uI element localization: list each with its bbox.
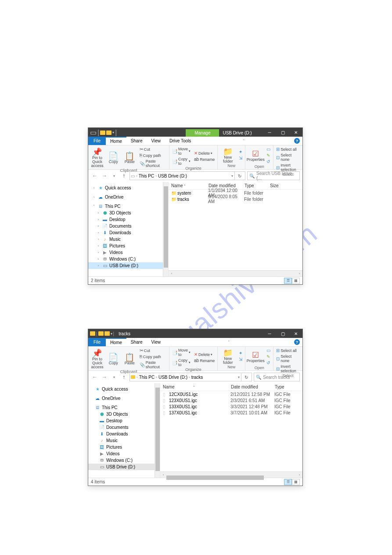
move-to-button[interactable]: 📑Move to▾ xyxy=(171,146,191,156)
select-all-button[interactable]: ⊞Select all xyxy=(275,348,301,353)
new-item-button[interactable]: ✦ xyxy=(238,149,243,155)
nav-scrollbar[interactable] xyxy=(163,182,168,276)
nav-pictures[interactable]: ›🖼Pictures xyxy=(88,243,168,249)
rename-button[interactable]: abRename xyxy=(193,358,216,363)
delete-button[interactable]: ✕Delete▾ xyxy=(193,150,216,156)
pin-quick-access-button[interactable]: 📌 Pin to Quick access xyxy=(90,348,104,369)
nav-videos[interactable]: ▶Videos xyxy=(88,450,160,457)
address-bar[interactable]: › This PC › USB Drive (D:) › tracks ▾ ↻ xyxy=(129,373,252,381)
close-button[interactable]: ✕ xyxy=(289,128,302,137)
nav-up-button[interactable]: ↑ xyxy=(120,373,128,381)
new-item-button[interactable]: ✦ xyxy=(238,350,243,356)
col-date[interactable]: Date modified xyxy=(228,385,272,389)
maximize-button[interactable]: ▢ xyxy=(276,128,289,137)
pin-quick-access-button[interactable]: 📌 Pin to Quick access xyxy=(90,147,104,168)
nav-this-pc[interactable]: ˅🖥This PC xyxy=(88,203,168,210)
nav-desktop[interactable]: ▬Desktop xyxy=(88,417,160,424)
edit-button[interactable]: ✎ xyxy=(266,354,271,359)
chevron-right-icon[interactable]: › xyxy=(96,237,101,241)
col-name[interactable]: Name ˄ xyxy=(169,183,206,188)
new-folder-button[interactable]: 📁 New folder xyxy=(219,147,236,163)
minimize-button[interactable]: ─ xyxy=(263,128,276,137)
paste-button[interactable]: 📋 Paste xyxy=(122,352,137,365)
nav-up-button[interactable]: ↑ xyxy=(120,172,128,180)
select-none-button[interactable]: ⊡Select none xyxy=(275,152,301,162)
nav-documents[interactable]: ›📄Documents xyxy=(88,223,168,229)
thumbnails-view-button[interactable]: ▦ xyxy=(292,278,300,284)
horizontal-scrollbar[interactable]: ‹ › xyxy=(169,270,302,276)
nav-back-button[interactable]: ← xyxy=(91,373,99,381)
menu-view[interactable]: View xyxy=(147,137,165,145)
col-size[interactable]: Size xyxy=(267,183,302,188)
nav-forward-button[interactable]: → xyxy=(101,172,108,180)
refresh-button[interactable]: ↻ xyxy=(241,373,251,381)
qat-dropdown-icon[interactable]: ▾ xyxy=(112,131,114,134)
refresh-button[interactable]: ↻ xyxy=(234,172,244,180)
move-to-button[interactable]: 📑Move to▾ xyxy=(171,348,191,357)
scroll-left-icon[interactable]: ‹ xyxy=(169,272,175,276)
search-input[interactable]: 🔍 Search tracks xyxy=(254,373,300,381)
cut-button[interactable]: ✂Cut xyxy=(139,348,167,353)
open-button[interactable]: ▭ xyxy=(266,146,271,152)
rename-button[interactable]: abRename xyxy=(193,156,216,162)
col-name[interactable]: Name ˄ xyxy=(160,385,228,389)
scrollbar-thumb[interactable] xyxy=(155,388,160,471)
nav-usb-d[interactable]: ›▭USB Drive (D:) xyxy=(88,262,168,269)
nav-documents[interactable]: 📄Documents xyxy=(88,424,160,431)
copy-button[interactable]: 📄 Copy xyxy=(106,151,121,164)
cut-button[interactable]: ✂Cut xyxy=(139,146,167,152)
new-folder-button[interactable]: 📁 New folder xyxy=(219,348,236,365)
nav-recent-button[interactable]: ▾ xyxy=(110,373,118,381)
copy-path-button[interactable]: ⎘Copy path xyxy=(139,354,167,359)
breadcrumb-usb-drive[interactable]: USB Drive (D:) xyxy=(158,174,187,178)
copy-to-button[interactable]: 📑Copy to▾ xyxy=(171,156,191,166)
details-view-button[interactable]: ☰ xyxy=(284,479,292,485)
scroll-left-icon[interactable]: ‹ xyxy=(160,473,166,477)
file-row[interactable]: ▯ 137X0US1.igc 3/7/2021 10:01 AM IGC Fil… xyxy=(160,410,302,416)
breadcrumb-this-pc[interactable]: This PC xyxy=(139,375,155,380)
chevron-right-icon[interactable]: › xyxy=(96,211,101,215)
help-icon[interactable]: ? xyxy=(294,339,300,345)
nav-desktop[interactable]: ›▬Desktop xyxy=(88,216,168,223)
nav-quick-access[interactable]: ★Quick access xyxy=(88,386,160,392)
horizontal-scrollbar[interactable]: ‹ › xyxy=(160,472,302,478)
close-button[interactable]: ✕ xyxy=(289,329,302,338)
nav-pictures[interactable]: 🖼Pictures xyxy=(88,444,160,450)
nav-this-pc[interactable]: 🖥This PC xyxy=(88,404,160,411)
history-button[interactable]: ↺ xyxy=(266,360,271,366)
nav-downloads[interactable]: ⬇Downloads xyxy=(88,431,160,437)
history-button[interactable]: ↺ xyxy=(266,159,271,164)
nav-forward-button[interactable]: → xyxy=(101,373,108,381)
delete-button[interactable]: ✕Delete▾ xyxy=(193,352,216,357)
chevron-right-icon[interactable]: › xyxy=(96,244,101,248)
file-row[interactable]: ▯ 12CX0US1.igc 2/12/2021 12:58 PM IGC Fi… xyxy=(160,391,302,397)
paste-shortcut-button[interactable]: 📎Paste shortcut xyxy=(139,360,167,370)
invert-selection-button[interactable]: ⊟Invert selection xyxy=(275,364,301,374)
scroll-right-icon[interactable]: › xyxy=(296,473,302,477)
chevron-right-icon[interactable]: › xyxy=(96,218,101,221)
menu-home[interactable]: Home xyxy=(106,338,126,346)
paste-shortcut-button[interactable]: 📎Paste shortcut xyxy=(139,159,167,168)
edit-button[interactable]: ✎ xyxy=(266,152,271,158)
col-date[interactable]: Date modified xyxy=(206,183,242,188)
open-button[interactable]: ▭ xyxy=(266,348,271,353)
menu-share[interactable]: Share xyxy=(126,137,147,145)
thumbnails-view-button[interactable]: ▦ xyxy=(292,479,300,485)
ribbon-collapse-icon[interactable]: ˄ xyxy=(243,139,245,143)
breadcrumb-tracks[interactable]: tracks xyxy=(191,375,203,380)
nav-onedrive[interactable]: ☁OneDrive xyxy=(88,395,160,402)
select-none-button[interactable]: ⊡Select none xyxy=(275,354,301,363)
nav-3d-objects[interactable]: ⬢3D Objects xyxy=(88,411,160,417)
address-dropdown-icon[interactable]: ▾ xyxy=(231,174,233,178)
nav-windows-c[interactable]: ›⛃Windows (C:) xyxy=(88,256,168,262)
properties-button[interactable]: ☑ Properties xyxy=(247,350,264,363)
chevron-right-icon[interactable]: › xyxy=(96,231,101,235)
nav-videos[interactable]: ›▶Videos xyxy=(88,249,168,256)
chevron-right-icon[interactable]: › xyxy=(96,257,101,261)
nav-downloads[interactable]: ›⬇Downloads xyxy=(88,229,168,236)
col-type[interactable]: Type xyxy=(242,183,267,188)
chevron-right-icon[interactable]: › xyxy=(96,224,101,228)
help-icon[interactable]: ? xyxy=(294,138,300,144)
scroll-right-icon[interactable]: › xyxy=(296,272,302,276)
easy-access-button[interactable]: ⇲ xyxy=(238,155,243,161)
